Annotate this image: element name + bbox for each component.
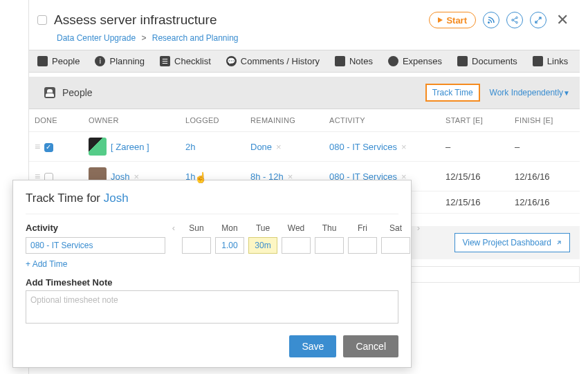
finish-cell: 12/16/16 — [509, 162, 580, 191]
finish-cell: – — [509, 132, 580, 162]
view-dashboard-button[interactable]: View Project Dashboard — [454, 233, 570, 252]
remaining-link[interactable]: Done — [250, 142, 272, 152]
task-complete-checkbox[interactable] — [37, 15, 47, 25]
rss-icon[interactable] — [483, 12, 499, 28]
prev-week-icon[interactable]: ‹ — [169, 223, 178, 233]
popup-title: Track Time for Josh — [26, 191, 398, 205]
tab-expenses[interactable]: Expenses — [388, 56, 442, 66]
breadcrumb-a[interactable]: Data Center Upgrade — [57, 33, 136, 43]
tab-links[interactable]: Links — [533, 56, 568, 66]
share-icon[interactable] — [506, 12, 523, 28]
time-input-sat[interactable] — [381, 237, 410, 254]
track-time-button[interactable]: Track Time — [425, 84, 480, 102]
next-week-icon[interactable]: › — [414, 223, 423, 233]
activity-input[interactable] — [26, 237, 165, 254]
col-owner: OWNER — [83, 109, 180, 132]
col-start: START [E] — [440, 109, 509, 132]
tab-documents[interactable]: Documents — [457, 56, 517, 66]
drag-handle-icon[interactable]: ≡ — [35, 141, 39, 152]
add-time-button[interactable]: + Add Time — [26, 259, 398, 269]
page-title: Assess server infrastructure — [54, 12, 422, 28]
day-header: Thu — [315, 223, 344, 233]
start-cell: – — [440, 132, 509, 162]
breadcrumb-b[interactable]: Research and Planning — [152, 33, 239, 43]
expand-icon[interactable] — [530, 12, 546, 28]
popup-user-link[interactable]: Josh — [104, 191, 129, 205]
activity-link[interactable]: 080 - IT Services — [329, 142, 397, 152]
cancel-button[interactable]: Cancel — [343, 335, 398, 357]
day-header: Sun — [182, 223, 211, 233]
svg-point-0 — [488, 22, 490, 24]
col-remaining: REMAINING — [245, 109, 324, 132]
track-time-popup: Track Time for Josh Activity ‹ Sun Mon T… — [12, 180, 412, 368]
col-done: DONE — [29, 109, 83, 132]
day-header: Mon — [215, 223, 244, 233]
clear-activity-icon[interactable]: × — [397, 142, 411, 152]
play-icon — [438, 17, 443, 23]
start-cell: 12/15/16 — [440, 191, 509, 214]
tabs: People iPlanning ☰Checklist 💬Comments / … — [29, 50, 580, 73]
time-input-tue[interactable] — [248, 237, 277, 254]
avatar — [89, 138, 107, 156]
save-button[interactable]: Save — [289, 335, 336, 357]
breadcrumb: Data Center Upgrade > Research and Plann… — [29, 30, 580, 50]
day-header: Tue — [248, 223, 277, 233]
logged-link[interactable]: 2h — [185, 142, 195, 152]
svg-line-5 — [513, 21, 516, 23]
tab-checklist[interactable]: ☰Checklist — [160, 56, 211, 66]
row-done-checkbox[interactable] — [44, 143, 53, 152]
start-cell: 12/15/16 — [440, 162, 509, 191]
svg-line-4 — [513, 18, 516, 20]
close-icon[interactable]: ✕ — [553, 11, 571, 29]
people-icon — [44, 87, 55, 98]
day-header: Fri — [348, 223, 377, 233]
timesheet-note-input[interactable] — [26, 290, 398, 324]
clear-remaining-icon[interactable]: × — [272, 142, 286, 152]
day-header: Sat — [381, 223, 410, 233]
time-input-fri[interactable] — [348, 237, 377, 254]
time-input-sun[interactable] — [182, 237, 211, 254]
work-independently-dropdown[interactable]: Work Independently▼ — [490, 88, 570, 97]
day-header: Wed — [282, 223, 311, 233]
time-input-thu[interactable] — [315, 237, 344, 254]
time-input-mon[interactable] — [215, 237, 244, 254]
tab-notes[interactable]: Notes — [335, 56, 373, 66]
tab-comments[interactable]: 💬Comments / History — [226, 56, 320, 66]
tab-planning[interactable]: iPlanning — [95, 56, 145, 66]
section-title: People — [62, 87, 425, 98]
owner-link[interactable]: [ Zareen ] — [111, 142, 149, 152]
start-button[interactable]: Start — [429, 12, 476, 28]
col-finish: FINISH [E] — [509, 109, 580, 132]
tab-people[interactable]: People — [37, 56, 80, 66]
table-row: ≡ [ Zareen ] 2h Done× 080 - IT Services×… — [29, 132, 580, 162]
activity-label: Activity — [26, 223, 165, 233]
time-input-wed[interactable] — [282, 237, 311, 254]
col-activity: ACTIVITY — [324, 109, 440, 132]
finish-cell: 12/16/16 — [509, 191, 580, 214]
col-logged: LOGGED — [180, 109, 245, 132]
note-label: Add Timesheet Note — [26, 277, 398, 288]
start-label: Start — [446, 15, 467, 26]
